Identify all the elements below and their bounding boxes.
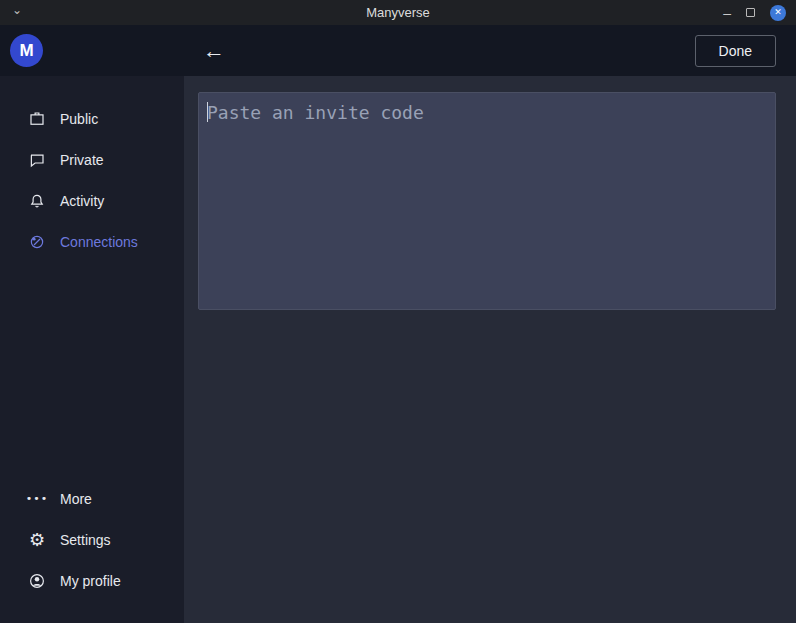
profile-icon [28,572,46,590]
sidebar-bottom-group: ••• More ⚙ Settings My profile [0,478,184,623]
sidebar-item-label: My profile [60,573,121,589]
close-icon: ✕ [774,8,782,17]
more-dots-icon: ••• [28,490,46,508]
minimize-button[interactable]: – [723,8,731,18]
gear-icon: ⚙ [28,531,46,549]
app-menu-chevron-icon[interactable]: ⌄ [12,3,22,17]
sidebar-item-public[interactable]: Public [0,98,184,139]
sidebar-item-connections[interactable]: Connections [0,221,184,262]
done-button[interactable]: Done [695,35,776,67]
back-arrow-icon: ← [203,38,225,63]
window-title: Manyverse [0,5,796,20]
main-pane [184,76,796,623]
sidebar-item-private[interactable]: Private [0,139,184,180]
content: Public Private Activity [0,76,796,623]
window-controls: – ✕ [723,0,786,25]
restore-button[interactable] [746,8,755,17]
sidebar-item-label: More [60,491,92,507]
logo-letter: M [19,41,33,61]
close-button[interactable]: ✕ [770,5,786,21]
sidebar-item-label: Activity [60,193,104,209]
sidebar: Public Private Activity [0,76,184,623]
sidebar-item-activity[interactable]: Activity [0,180,184,221]
sidebar-item-label: Connections [60,234,138,250]
back-button[interactable]: ← [203,40,225,62]
app-header: M ← Done [0,25,796,76]
sidebar-item-my-profile[interactable]: My profile [0,560,184,601]
sidebar-item-settings[interactable]: ⚙ Settings [0,519,184,560]
titlebar: ⌄ Manyverse – ✕ [0,0,796,25]
invite-code-area [198,92,776,310]
sidebar-item-more[interactable]: ••• More [0,478,184,519]
invite-code-input[interactable] [198,92,776,310]
activity-bell-icon [28,192,46,210]
sidebar-item-label: Private [60,152,104,168]
public-icon [28,110,46,128]
sidebar-item-label: Public [60,111,98,127]
sidebar-item-label: Settings [60,532,111,548]
logo-area: M [0,34,184,67]
connections-icon [28,233,46,251]
manyverse-logo: M [10,34,43,67]
private-icon [28,151,46,169]
